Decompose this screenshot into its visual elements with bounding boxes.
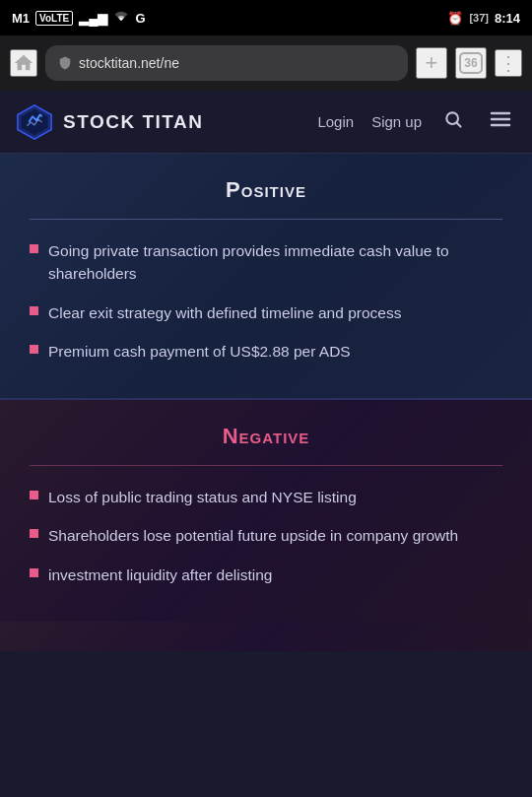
logo-area: STOCK TITAN xyxy=(16,103,317,141)
positive-section: Positive Going private transaction provi… xyxy=(0,154,532,400)
logo-icon xyxy=(16,103,53,141)
list-item: Shareholders lose potential future upsid… xyxy=(30,524,502,547)
list-item: investment liquidity after delisting xyxy=(30,564,502,586)
url-bar[interactable]: stocktitan.net/ne xyxy=(45,45,408,81)
negative-bullet-3: investment liquidity after delisting xyxy=(48,564,272,586)
wifi-icon xyxy=(113,11,129,26)
network-type: G xyxy=(135,11,145,26)
negative-bullet-1: Loss of public trading status and NYSE l… xyxy=(48,486,357,508)
site-nav: Login Sign up xyxy=(317,103,516,140)
site-logo-text: STOCK TITAN xyxy=(63,111,203,133)
status-left: M1 VoLTE ▂▄▆ G xyxy=(12,11,146,26)
login-link[interactable]: Login xyxy=(317,113,354,130)
browser-home-button[interactable] xyxy=(10,49,37,77)
list-item: Clear exit strategy with defined timelin… xyxy=(30,301,502,324)
volte-badge: VoLTE xyxy=(35,11,73,26)
time-display: 8:14 xyxy=(495,11,520,26)
positive-bullet-list: Going private transaction provides immed… xyxy=(30,239,502,363)
url-security-icon xyxy=(57,55,73,71)
battery-indicator: [37] xyxy=(469,12,489,24)
positive-bullet-3: Premium cash payment of US$2.88 per ADS xyxy=(48,340,351,363)
tabs-count-badge: 36 xyxy=(459,52,483,74)
status-right: ⏰ [37] 8:14 xyxy=(447,11,520,26)
bottom-spacer xyxy=(0,622,532,651)
bullet-icon xyxy=(30,244,38,253)
search-button[interactable] xyxy=(439,105,467,138)
negative-divider xyxy=(30,465,502,466)
browser-more-button[interactable]: ⋮ xyxy=(495,49,522,77)
browser-chrome: stocktitan.net/ne + 36 ⋮ xyxy=(0,35,532,91)
carrier-label: M1 xyxy=(12,11,30,26)
url-text: stocktitan.net/ne xyxy=(79,55,396,71)
battery-level: [37] xyxy=(469,12,489,24)
positive-section-title: Positive xyxy=(30,177,502,203)
main-content: Positive Going private transaction provi… xyxy=(0,154,532,651)
signal-icon: ▂▄▆ xyxy=(79,11,107,26)
negative-section: Negative Loss of public trading status a… xyxy=(0,400,532,622)
bullet-icon xyxy=(30,568,38,577)
negative-section-title: Negative xyxy=(30,424,502,449)
bullet-icon xyxy=(30,491,38,499)
positive-divider xyxy=(30,219,502,220)
bullet-icon xyxy=(30,345,38,354)
list-item: Premium cash payment of US$2.88 per ADS xyxy=(30,340,502,363)
svg-line-3 xyxy=(457,123,461,127)
site-header: STOCK TITAN Login Sign up xyxy=(0,91,532,154)
bullet-icon xyxy=(30,529,38,538)
negative-bullet-list: Loss of public trading status and NYSE l… xyxy=(30,486,502,586)
list-item: Going private transaction provides immed… xyxy=(30,239,502,286)
alarm-icon: ⏰ xyxy=(447,11,463,26)
list-item: Loss of public trading status and NYSE l… xyxy=(30,486,502,508)
positive-bullet-1: Going private transaction provides immed… xyxy=(48,239,502,286)
hamburger-menu-button[interactable] xyxy=(485,103,516,140)
new-tab-button[interactable]: + xyxy=(416,47,447,79)
status-bar: M1 VoLTE ▂▄▆ G ⏰ [37] 8:14 xyxy=(0,0,532,35)
tabs-button[interactable]: 36 xyxy=(455,47,487,79)
positive-bullet-2: Clear exit strategy with defined timelin… xyxy=(48,301,401,324)
negative-bullet-2: Shareholders lose potential future upsid… xyxy=(48,524,458,547)
signup-link[interactable]: Sign up xyxy=(371,113,422,130)
bullet-icon xyxy=(30,306,38,315)
